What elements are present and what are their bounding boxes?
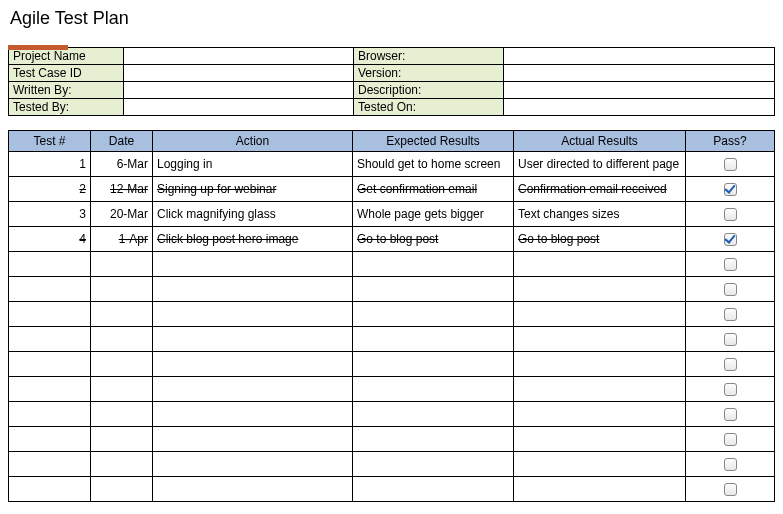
- cell-action[interactable]: Signing up for webinar: [153, 177, 353, 202]
- cell-date[interactable]: 20-Mar: [91, 202, 153, 227]
- pass-checkbox[interactable]: [724, 233, 737, 246]
- meta-row: Tested By:Tested On:: [9, 99, 775, 116]
- cell-test[interactable]: [9, 277, 91, 302]
- meta-value-left[interactable]: [124, 48, 354, 65]
- pass-checkbox[interactable]: [724, 383, 737, 396]
- cell-action[interactable]: Click blog post hero image: [153, 227, 353, 252]
- meta-label-right: Version:: [354, 65, 504, 82]
- cell-date[interactable]: [91, 352, 153, 377]
- cell-action[interactable]: [153, 327, 353, 352]
- cell-test[interactable]: 1: [9, 152, 91, 177]
- table-row: [9, 452, 775, 477]
- pass-checkbox[interactable]: [724, 333, 737, 346]
- cell-date[interactable]: 12-Mar: [91, 177, 153, 202]
- meta-value-right[interactable]: [504, 99, 775, 116]
- pass-checkbox[interactable]: [724, 433, 737, 446]
- pass-checkbox[interactable]: [724, 183, 737, 196]
- pass-checkbox[interactable]: [724, 458, 737, 471]
- cell-test[interactable]: [9, 302, 91, 327]
- cell-expected[interactable]: Go to blog post: [353, 227, 514, 252]
- cell-expected[interactable]: [353, 477, 514, 502]
- cell-actual[interactable]: [514, 277, 686, 302]
- cell-test[interactable]: [9, 477, 91, 502]
- cell-actual[interactable]: Confirmation email received: [514, 177, 686, 202]
- pass-checkbox[interactable]: [724, 158, 737, 171]
- pass-checkbox[interactable]: [724, 358, 737, 371]
- cell-expected[interactable]: [353, 377, 514, 402]
- pass-checkbox[interactable]: [724, 408, 737, 421]
- cell-action[interactable]: [153, 477, 353, 502]
- cell-date[interactable]: [91, 377, 153, 402]
- cell-date[interactable]: [91, 402, 153, 427]
- table-row: [9, 427, 775, 452]
- cell-actual[interactable]: [514, 352, 686, 377]
- cell-actual[interactable]: [514, 452, 686, 477]
- cell-action[interactable]: [153, 277, 353, 302]
- cell-test[interactable]: [9, 427, 91, 452]
- cell-actual[interactable]: [514, 377, 686, 402]
- cell-date[interactable]: [91, 327, 153, 352]
- cell-action[interactable]: [153, 352, 353, 377]
- cell-test[interactable]: [9, 352, 91, 377]
- cell-pass: [686, 277, 775, 302]
- cell-date[interactable]: 1-Apr: [91, 227, 153, 252]
- cell-test[interactable]: 2: [9, 177, 91, 202]
- cell-actual[interactable]: [514, 427, 686, 452]
- cell-action[interactable]: [153, 302, 353, 327]
- cell-actual[interactable]: Text changes sizes: [514, 202, 686, 227]
- cell-actual[interactable]: User directed to different page: [514, 152, 686, 177]
- cell-expected[interactable]: [353, 427, 514, 452]
- cell-action[interactable]: [153, 452, 353, 477]
- cell-test[interactable]: [9, 252, 91, 277]
- meta-value-left[interactable]: [124, 99, 354, 116]
- page-title: Agile Test Plan: [8, 8, 775, 29]
- cell-actual[interactable]: [514, 327, 686, 352]
- cell-expected[interactable]: [353, 402, 514, 427]
- pass-checkbox[interactable]: [724, 258, 737, 271]
- cell-date[interactable]: [91, 252, 153, 277]
- cell-expected[interactable]: [353, 302, 514, 327]
- cell-date[interactable]: [91, 452, 153, 477]
- meta-value-left[interactable]: [124, 82, 354, 99]
- pass-checkbox[interactable]: [724, 283, 737, 296]
- cell-test[interactable]: [9, 402, 91, 427]
- meta-row: Test Case IDVersion:: [9, 65, 775, 82]
- cell-action[interactable]: [153, 377, 353, 402]
- cell-date[interactable]: [91, 427, 153, 452]
- cell-action[interactable]: [153, 402, 353, 427]
- cell-test[interactable]: 4: [9, 227, 91, 252]
- cell-test[interactable]: [9, 327, 91, 352]
- cell-test[interactable]: [9, 452, 91, 477]
- pass-checkbox[interactable]: [724, 208, 737, 221]
- cell-expected[interactable]: [353, 452, 514, 477]
- cell-expected[interactable]: [353, 252, 514, 277]
- table-row: 41-AprClick blog post hero imageGo to bl…: [9, 227, 775, 252]
- meta-value-right[interactable]: [504, 82, 775, 99]
- cell-expected[interactable]: [353, 352, 514, 377]
- cell-action[interactable]: Logging in: [153, 152, 353, 177]
- cell-test[interactable]: [9, 377, 91, 402]
- cell-date[interactable]: [91, 277, 153, 302]
- meta-value-right[interactable]: [504, 48, 775, 65]
- cell-actual[interactable]: [514, 402, 686, 427]
- meta-value-left[interactable]: [124, 65, 354, 82]
- cell-actual[interactable]: [514, 477, 686, 502]
- cell-expected[interactable]: Should get to home screen: [353, 152, 514, 177]
- cell-action[interactable]: [153, 252, 353, 277]
- pass-checkbox[interactable]: [724, 483, 737, 496]
- meta-value-right[interactable]: [504, 65, 775, 82]
- cell-date[interactable]: 6-Mar: [91, 152, 153, 177]
- cell-date[interactable]: [91, 477, 153, 502]
- cell-expected[interactable]: [353, 277, 514, 302]
- cell-date[interactable]: [91, 302, 153, 327]
- cell-action[interactable]: Click magnifying glass: [153, 202, 353, 227]
- pass-checkbox[interactable]: [724, 308, 737, 321]
- cell-actual[interactable]: [514, 252, 686, 277]
- cell-test[interactable]: 3: [9, 202, 91, 227]
- cell-actual[interactable]: [514, 302, 686, 327]
- cell-expected[interactable]: Get confirmation email: [353, 177, 514, 202]
- cell-expected[interactable]: Whole page gets bigger: [353, 202, 514, 227]
- cell-expected[interactable]: [353, 327, 514, 352]
- cell-action[interactable]: [153, 427, 353, 452]
- cell-actual[interactable]: Go to blog post: [514, 227, 686, 252]
